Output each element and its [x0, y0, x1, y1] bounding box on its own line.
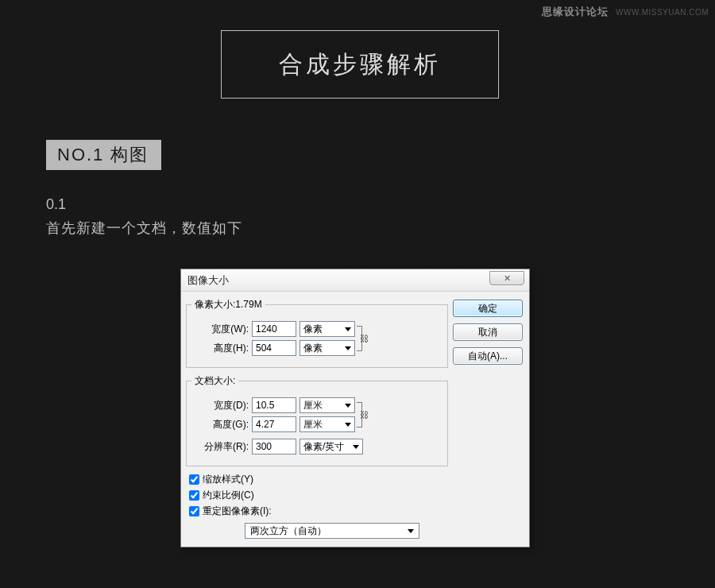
doc-height-unit: 厘米	[303, 418, 323, 431]
resample-method-row: 两次立方（自动）	[186, 523, 448, 539]
watermark-url: WWW.MISSYUAN.COM	[616, 8, 709, 17]
auto-button[interactable]: 自动(A)...	[453, 347, 523, 365]
substep-text: 首先新建一个文档，数值如下	[46, 219, 242, 238]
doc-width-input[interactable]	[252, 397, 296, 413]
chevron-down-icon	[408, 529, 414, 533]
watermark: 思缘设计论坛 WWW.MISSYUAN.COM	[542, 5, 709, 19]
document-size-group: 文档大小: 宽度(D): 厘米 高度(G):	[186, 374, 448, 466]
pixel-width-label: 宽度(W):	[191, 323, 249, 336]
cancel-button[interactable]: 取消	[453, 323, 523, 341]
doc-height-row: 高度(G): 厘米	[191, 416, 355, 432]
pixel-width-input[interactable]	[252, 321, 296, 337]
cancel-label: 取消	[478, 326, 497, 339]
left-column: 像素大小:1.79M 宽度(W): 像素 高度(H):	[186, 298, 448, 539]
heading-box: 合成步骤解析	[221, 30, 499, 99]
resample-checkbox[interactable]: 重定图像像素(I):	[189, 505, 448, 518]
pixel-width-unit: 像素	[303, 323, 323, 336]
doc-height-input[interactable]	[252, 416, 296, 432]
resample-input[interactable]	[189, 506, 199, 516]
constrain-proportions-checkbox[interactable]: 约束比例(C)	[189, 489, 448, 502]
scale-styles-input[interactable]	[189, 474, 199, 485]
resample-label: 重定图像像素(I):	[203, 505, 272, 518]
chevron-down-icon	[345, 423, 351, 427]
substep-number: 0.1	[46, 196, 66, 213]
doc-legend: 文档大小:	[191, 374, 238, 388]
auto-label: 自动(A)...	[468, 350, 508, 363]
dialog-body: 像素大小:1.79M 宽度(W): 像素 高度(H):	[181, 292, 529, 547]
chain-icon: ⛓	[360, 410, 369, 420]
pixel-dimensions-group: 像素大小:1.79M 宽度(W): 像素 高度(H):	[186, 298, 448, 368]
doc-width-unit-select[interactable]: 厘米	[300, 397, 355, 413]
ok-label: 确定	[478, 302, 497, 315]
scale-styles-checkbox[interactable]: 缩放样式(Y)	[189, 473, 448, 486]
step-label: NO.1 构图	[46, 140, 161, 170]
resolution-row: 分辨率(R): 像素/英寸	[191, 439, 443, 455]
doc-height-label: 高度(G):	[191, 418, 249, 431]
scale-styles-label: 缩放样式(Y)	[203, 473, 253, 486]
right-column: 确定 取消 自动(A)...	[453, 298, 523, 539]
dialog-title: 图像大小	[187, 273, 229, 288]
chain-icon: ⛓	[360, 334, 369, 343]
chevron-down-icon	[345, 346, 351, 350]
constrain-link-icon: ⛓	[357, 318, 371, 359]
pixel-height-unit-select[interactable]: 像素	[300, 340, 355, 356]
resolution-label: 分辨率(R):	[191, 440, 249, 454]
checkbox-group: 缩放样式(Y) 约束比例(C) 重定图像像素(I):	[189, 473, 448, 518]
close-button[interactable]: ✕	[489, 271, 524, 285]
doc-width-label: 宽度(D):	[191, 399, 249, 412]
heading-text: 合成步骤解析	[279, 48, 441, 81]
doc-width-unit: 厘米	[303, 399, 323, 412]
pixel-width-unit-select[interactable]: 像素	[300, 321, 355, 337]
constrain-proportions-input[interactable]	[189, 490, 199, 501]
titlebar[interactable]: 图像大小 ✕	[181, 269, 529, 292]
constrain-proportions-label: 约束比例(C)	[203, 489, 254, 502]
close-icon: ✕	[504, 273, 511, 284]
pixel-height-input[interactable]	[252, 340, 296, 356]
chevron-down-icon	[345, 327, 351, 331]
doc-height-unit-select[interactable]: 厘米	[300, 416, 355, 432]
pixel-width-row: 宽度(W): 像素	[191, 321, 355, 337]
image-size-dialog: 图像大小 ✕ 像素大小:1.79M 宽度(W): 像素	[180, 269, 530, 547]
chevron-down-icon	[353, 445, 359, 449]
ok-button[interactable]: 确定	[453, 300, 523, 317]
pixel-height-unit: 像素	[303, 342, 323, 355]
doc-width-row: 宽度(D): 厘米	[191, 397, 355, 413]
resample-method-select[interactable]: 两次立方（自动）	[245, 523, 419, 539]
resolution-input[interactable]	[252, 439, 296, 455]
constrain-link-icon: ⛓	[357, 394, 371, 435]
resolution-unit: 像素/英寸	[303, 440, 344, 454]
pixel-height-row: 高度(H): 像素	[191, 340, 355, 356]
pixel-legend: 像素大小:1.79M	[191, 298, 265, 311]
resample-method-value: 两次立方（自动）	[250, 524, 327, 538]
watermark-site: 思缘设计论坛	[542, 6, 609, 17]
pixel-height-label: 高度(H):	[191, 342, 249, 355]
resolution-unit-select[interactable]: 像素/英寸	[300, 439, 363, 455]
chevron-down-icon	[345, 404, 351, 408]
